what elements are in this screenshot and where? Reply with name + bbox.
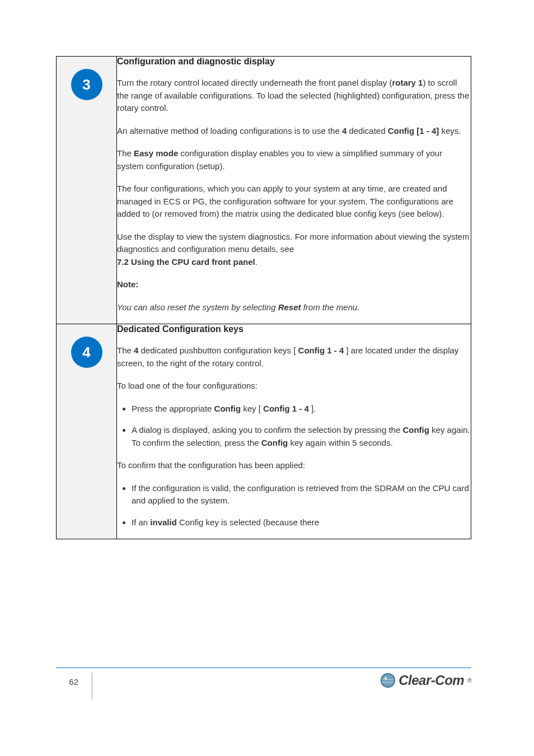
key-cell-4: 4 xyxy=(57,324,117,539)
footer-divider-line xyxy=(56,668,471,668)
brand-logo: Clear-Com® xyxy=(381,673,471,688)
brand-text: Clear-Com xyxy=(399,673,464,688)
globe-icon xyxy=(381,673,395,688)
paragraph: The 4 dedicated pushbutton configuration… xyxy=(117,344,471,370)
paragraph-list: The 4 dedicated pushbutton configuration… xyxy=(117,344,471,393)
page-footer: 62 Clear-Com® xyxy=(56,668,471,699)
paragraph: To load one of the four configurations: xyxy=(117,380,471,393)
list-item: Press the appropriate Config key [ Confi… xyxy=(132,403,471,416)
table-row: 3 Configuration and diagnostic display T… xyxy=(57,57,471,324)
paragraph: The four configurations, which you can a… xyxy=(117,183,471,221)
list-item: A dialog is displayed, asking you to con… xyxy=(132,424,471,449)
bullet-list: If the configuration is valid, the confi… xyxy=(117,482,471,529)
footer-vertical-divider xyxy=(92,673,92,699)
content-cell-3: Configuration and diagnostic display Tur… xyxy=(117,57,471,324)
step-number-circle: 4 xyxy=(71,337,102,368)
table-row: 4 Dedicated Configuration keys The 4 ded… xyxy=(57,324,471,539)
paragraph: To confirm that the configuration has be… xyxy=(117,459,471,472)
paragraph: The Easy mode configuration display enab… xyxy=(117,147,471,172)
paragraph-list: Turn the rotary control located directly… xyxy=(117,77,471,314)
bullet-list: Press the appropriate Config key [ Confi… xyxy=(117,403,471,450)
paragraph: Note: xyxy=(117,278,471,291)
registered-mark: ® xyxy=(467,678,471,684)
row-title: Configuration and diagnostic display xyxy=(117,57,471,67)
row-title: Dedicated Configuration keys xyxy=(117,324,471,334)
content-cell-4: Dedicated Configuration keys The 4 dedic… xyxy=(117,324,471,539)
key-cell-3: 3 xyxy=(57,57,117,324)
paragraph: An alternative method of loading configu… xyxy=(117,125,471,138)
paragraph: Turn the rotary control located directly… xyxy=(117,77,471,115)
list-item: If the configuration is valid, the confi… xyxy=(132,482,471,507)
page-number: 62 xyxy=(56,673,78,687)
paragraph-list: To confirm that the configuration has be… xyxy=(117,459,471,472)
step-number-circle: 3 xyxy=(71,69,102,100)
paragraph: You can also reset the system by selecti… xyxy=(117,301,471,314)
paragraph: Use the display to view the system diagn… xyxy=(117,231,471,269)
list-item: If an invalid Config key is selected (be… xyxy=(132,516,471,529)
